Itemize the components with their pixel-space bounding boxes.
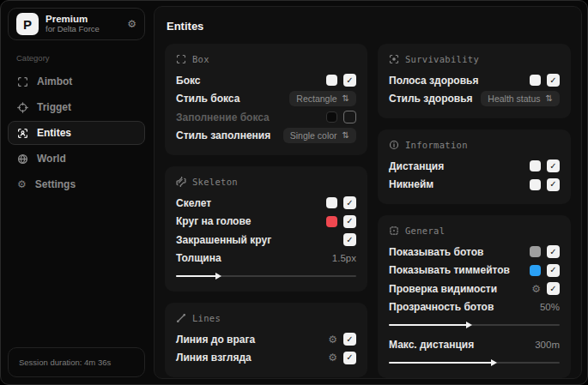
gear-icon[interactable]: ⚙	[328, 334, 337, 345]
sidebar-item-world[interactable]: World	[8, 147, 145, 171]
color-swatch[interactable]	[326, 216, 337, 227]
checkbox-checked[interactable]	[343, 333, 356, 346]
updown-icon: ⇅	[342, 94, 349, 103]
box-card: Box Бокс Стиль бокса Rectangle ⇅	[165, 44, 367, 155]
color-swatch[interactable]	[326, 75, 337, 86]
checkbox-checked[interactable]	[547, 264, 560, 277]
sidebar-item-label: Entites	[37, 127, 71, 139]
slider-thumb[interactable]	[466, 322, 472, 328]
checkbox-checked[interactable]	[343, 215, 356, 228]
slider-thumb[interactable]	[215, 273, 221, 280]
scan-icon	[17, 76, 28, 87]
page-title: Entites	[167, 20, 571, 33]
survivability-icon	[389, 54, 399, 64]
sidebar-item-entites[interactable]: Entites	[8, 121, 145, 145]
session-duration: Session duration: 4m 36s	[8, 347, 145, 377]
checkbox-checked[interactable]	[547, 74, 560, 87]
gear-icon: ⚙	[17, 179, 27, 189]
updown-icon: ⇅	[342, 131, 349, 140]
logo-card: P Premium for Delta Force ⚙	[8, 8, 145, 40]
sidebar-item-label: Trigget	[37, 101, 71, 113]
setting-row: Круг на голове	[176, 213, 356, 232]
setting-row: Заполнение бокса	[176, 108, 356, 127]
setting-row: Стиль бокса Rectangle ⇅	[176, 90, 356, 109]
color-swatch[interactable]	[530, 265, 541, 276]
thickness-value: 1.5px	[332, 253, 356, 263]
entity-icon	[17, 128, 28, 139]
sidebar: P Premium for Delta Force ⚙ Category Aim…	[1, 1, 152, 384]
gear-icon[interactable]: ⚙	[531, 284, 541, 294]
checkbox-checked[interactable]	[547, 159, 560, 172]
bot-opacity-value: 50%	[540, 302, 560, 312]
setting-row: Толщина 1.5px	[176, 250, 356, 268]
sidebar-item-label: World	[37, 153, 66, 165]
max-distance-value: 300m	[535, 340, 560, 350]
sidebar-item-label: Settings	[35, 178, 76, 190]
bone-icon	[176, 177, 186, 187]
setting-row: Стиль заполнения Single color ⇅	[176, 127, 356, 146]
color-swatch[interactable]	[530, 179, 541, 190]
thickness-slider[interactable]	[176, 271, 356, 281]
gear-icon[interactable]: ⚙	[328, 352, 337, 363]
max-distance-slider[interactable]	[389, 358, 560, 368]
setting-row: Закрашенный круг	[176, 231, 356, 250]
box-style-select[interactable]: Rectangle ⇅	[289, 91, 356, 106]
info-icon	[389, 140, 399, 150]
color-swatch[interactable]	[530, 160, 541, 171]
color-swatch[interactable]	[326, 111, 337, 123]
checkbox-checked[interactable]	[343, 196, 356, 209]
general-card: General Показывать ботов Показывать тимм…	[378, 215, 571, 378]
crosshair-icon	[17, 102, 28, 113]
setting-row: Стиль здоровья Health status ⇅	[389, 90, 560, 109]
survivability-card-header: Survivability	[389, 54, 560, 64]
setting-row: Бокс	[176, 71, 356, 90]
color-swatch[interactable]	[530, 246, 541, 257]
checkbox-checked[interactable]	[547, 178, 560, 191]
survivability-card: Survivability Полоса здоровья Стиль здор…	[378, 44, 571, 118]
setting-row: Показывать ботов	[389, 243, 560, 262]
setting-row: Линия взгляда ⚙	[176, 349, 356, 368]
slider-thumb[interactable]	[491, 359, 497, 366]
bot-opacity-slider[interactable]	[389, 320, 560, 330]
checkbox-checked[interactable]	[547, 245, 560, 258]
left-column: Box Бокс Стиль бокса Rectangle ⇅	[165, 44, 367, 379]
checkbox-checked[interactable]	[547, 282, 560, 295]
app-subtitle: for Delta Force	[45, 25, 120, 34]
setting-row: Дистанция	[389, 157, 560, 176]
sidebar-item-settings[interactable]: ⚙ Settings	[8, 172, 145, 196]
general-icon	[389, 226, 399, 236]
session-duration-label: Session duration: 4m 36s	[19, 358, 111, 367]
sidebar-item-trigget[interactable]: Trigget	[8, 95, 145, 119]
slider-fill	[176, 275, 217, 277]
skeleton-card: Skeleton Скелет Круг на голове	[165, 166, 367, 292]
globe-icon	[17, 153, 28, 165]
sidebar-item-label: Aimbot	[37, 75, 72, 87]
setting-row: Никнейм	[389, 176, 560, 195]
gear-icon[interactable]: ⚙	[127, 19, 136, 29]
general-card-header: General	[389, 226, 560, 236]
information-card-header: Information	[389, 140, 560, 150]
color-swatch[interactable]	[326, 197, 337, 208]
category-label: Category	[16, 53, 145, 63]
slider-fill	[389, 362, 493, 364]
lines-card: Lines Линия до врага ⚙ Линия взгляда ⚙	[165, 303, 367, 377]
updown-icon: ⇅	[546, 94, 553, 103]
color-swatch[interactable]	[530, 75, 541, 86]
main-panel: Entites Box Бокс	[154, 6, 582, 379]
lines-card-header: Lines	[176, 313, 356, 323]
checkbox-checked[interactable]	[343, 233, 356, 246]
setting-row: Скелет	[176, 194, 356, 213]
sidebar-item-aimbot[interactable]: Aimbot	[8, 69, 145, 93]
logo-text: Premium for Delta Force	[45, 14, 120, 34]
slider-fill	[389, 324, 468, 326]
app-logo: P	[16, 13, 39, 35]
checkbox-checked[interactable]	[343, 74, 356, 87]
box-card-header: Box	[176, 54, 356, 64]
checkbox-checked[interactable]	[343, 352, 356, 364]
health-style-select[interactable]: Health status ⇅	[481, 91, 560, 106]
setting-row: Полоса здоровья	[389, 71, 560, 90]
checkbox-unchecked[interactable]	[343, 111, 356, 123]
fill-style-select[interactable]: Single color ⇅	[283, 128, 356, 143]
setting-row: Проверка видимости ⚙	[389, 280, 560, 298]
setting-row: Прозрачность ботов 50%	[389, 298, 560, 317]
